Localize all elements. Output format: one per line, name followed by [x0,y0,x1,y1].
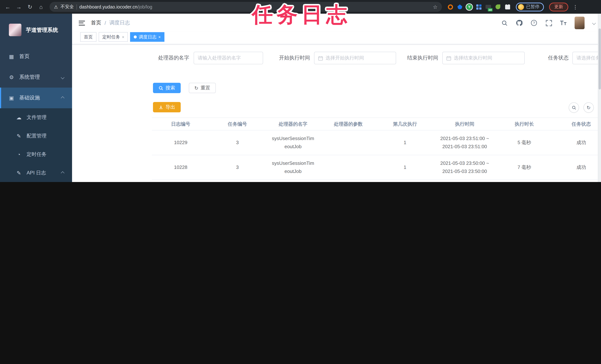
table-cell: 10229 [152,130,210,155]
column-header: 处理器的参数 [321,118,376,130]
active-tab-dot [134,35,137,39]
browser-back-icon[interactable]: ← [3,2,13,12]
sidebar-item-label: API 日志 [27,170,46,176]
column-header: 任务状态 [553,118,601,130]
table-cell: 成功 [553,180,601,182]
table-cell: sysUserSessionTimeoutJob [265,130,321,155]
bookmark-star-icon[interactable]: ☆ [433,4,438,10]
extension-orange-ring-icon[interactable] [447,4,453,10]
extension-blue-drop-icon[interactable] [457,4,463,10]
column-header: 第几次执行 [376,118,434,130]
extensions-strip: Y [447,4,511,10]
sidebar-item-系统管理[interactable]: ⚙系统管理 [0,67,72,88]
address-bar-divider [77,4,77,10]
refresh-table-button[interactable]: ↻ [583,102,594,113]
placeholder-text: 请选择任务状态 [576,55,601,61]
date-input[interactable]: 选择结束执行时间 [442,52,525,64]
placeholder-text: 请输入处理器的名字 [198,55,241,61]
browser-menu-icon[interactable]: ⋮ [573,4,578,10]
scrollbar-thumb[interactable] [599,29,601,90]
search-button[interactable]: 搜索 [153,83,181,93]
date-input[interactable]: 选择开始执行时间 [314,52,396,64]
close-tab-icon[interactable]: × [158,35,161,39]
collapse-sidebar-icon[interactable] [79,20,85,25]
table-cell: sysUserSessionTimeoutJob [265,180,321,182]
table-row: 102273sysUserSessionTimeoutJob12021-05-0… [152,180,601,182]
page-scrollbar[interactable] [598,14,601,182]
sidebar-top-section: 芋道管理系统 ▦首页⚙系统管理 [0,14,72,88]
user-avatar[interactable] [575,17,585,29]
filter-item: 结束执行时间选择结束执行时间 [407,52,525,64]
svg-text:?: ? [533,21,535,25]
table-cell: 2021-05-03 23:51:00 ~2021-05-03 23:51:00 [434,130,495,155]
github-icon[interactable] [515,19,523,27]
job-status-select[interactable]: 请选择任务状态 [572,52,601,64]
table-cell: 10227 [152,180,210,182]
tab-首页[interactable]: 首页 [80,32,96,42]
sidebar-item-配置管理[interactable]: ✎配置管理 [0,127,72,145]
column-header: 执行时间 [434,118,495,130]
browser-home-icon[interactable]: ⌂ [36,2,46,12]
tab-label: 调度日志 [139,34,157,40]
sidebar-item-文件管理[interactable]: ☁文件管理 [0,108,72,127]
close-tab-icon[interactable]: × [122,35,124,39]
gear-icon: ⚙ [8,74,15,80]
tab-调度日志[interactable]: 调度日志× [130,32,164,42]
extension-green-y-icon[interactable]: Y [466,4,472,10]
fullscreen-icon[interactable] [545,19,552,27]
export-button[interactable]: 导出 [153,102,181,112]
app-logo-row[interactable]: 芋道管理系统 [0,14,72,46]
sidebar: 芋道管理系统 ▦首页⚙系统管理 ▣基础设施 ☁文件管理✎配置管理◔定时任务✎AP… [0,14,72,182]
handler-name-input[interactable]: 请输入处理器的名字 [194,52,263,64]
table-cell: 1 [376,130,434,155]
filter-form: 处理器的名字请输入处理器的名字开始执行时间选择开始执行时间结束执行时间选择结束执… [72,44,601,75]
sidebar-submenu-section: ☁文件管理✎配置管理◔定时任务✎API 日志✎访问日志✎错误日志▤MySQL 监… [0,108,72,182]
reset-button[interactable]: ↻ 重置 [189,83,216,93]
breadcrumb-home[interactable]: 首页 [91,20,101,26]
help-icon[interactable]: ? [530,19,538,27]
not-secure-label[interactable]: 不安全 [60,4,74,10]
filter-item: 任务状态请选择任务状态 [548,52,601,64]
monitor-icon: ▣ [8,95,15,101]
timer-icon: ◔ [16,152,22,157]
extension-grid-icon[interactable] [476,4,482,10]
search-icon[interactable] [501,19,508,27]
sidebar-item-label: 文件管理 [27,114,47,121]
browser-forward-icon[interactable]: → [14,2,24,12]
sidebar-item-首页[interactable]: ▦首页 [0,46,72,67]
api-log-icon: ✎ [16,170,22,176]
extension-on-badge-icon[interactable] [485,4,491,10]
table-cell: 5 毫秒 [495,130,553,155]
sidebar-item-label: 配置管理 [27,133,47,139]
extension-puzzle-icon[interactable] [504,4,511,10]
filter-label: 开始执行时间 [279,55,314,61]
font-size-icon[interactable] [560,19,567,27]
calendar-icon [318,56,323,61]
profile-paused-chip[interactable]: 已暂停 [516,2,544,11]
app-title: 芋道管理系统 [26,26,58,33]
screen: ← → ↻ ⌂ ⚠ 不安全 dashboard.yudao.iocoder.cn… [0,0,601,182]
dashboard-icon: ▦ [8,54,15,60]
address-bar[interactable]: ⚠ 不安全 dashboard.yudao.iocoder.cn/job/log… [50,2,442,12]
table-cell: 成功 [553,130,601,155]
browser-update-button[interactable]: 更新 [549,2,568,11]
annotation-title: 任务日志 [252,1,351,29]
table-cell: 7 毫秒 [495,155,553,180]
browser-reload-icon[interactable]: ↻ [25,2,35,12]
user-menu-caret-icon[interactable] [592,21,596,25]
filter-item: 开始执行时间选择开始执行时间 [279,52,396,64]
table-cell [321,180,376,182]
table-cell: 3 [210,180,265,182]
toggle-search-button[interactable] [569,102,579,113]
extension-leaf-icon[interactable] [495,4,501,10]
calendar-icon [446,56,451,61]
tab-定时任务[interactable]: 定时任务× [99,32,128,42]
filter-item: 处理器的名字请输入处理器的名字 [153,52,263,64]
sidebar-item-基础设施[interactable]: ▣基础设施 [0,88,72,108]
sidebar-item-定时任务[interactable]: ◔定时任务 [0,145,72,164]
sidebar-item-label: 首页 [19,53,30,60]
placeholder-text: 选择开始执行时间 [326,55,364,61]
breadcrumb-current: 调度日志 [109,20,130,26]
sidebar-item-api-日志[interactable]: ✎API 日志 [0,164,72,182]
table-cell: 10228 [152,155,210,180]
